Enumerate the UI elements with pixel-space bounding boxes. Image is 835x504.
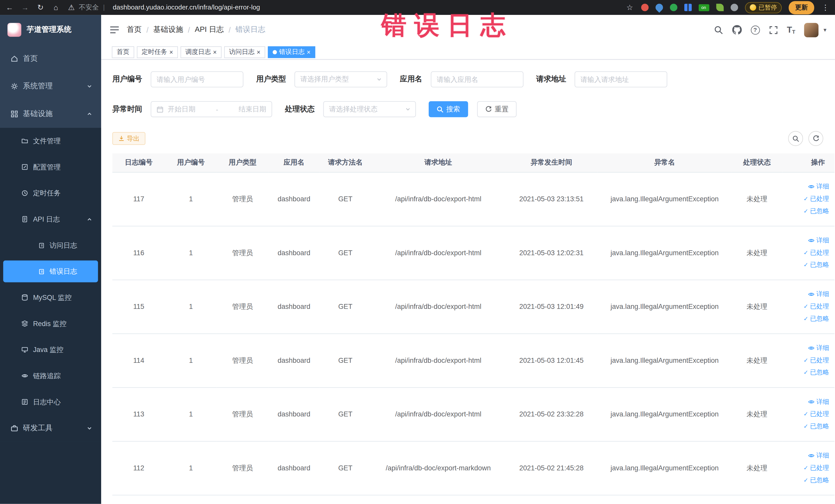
reload-icon[interactable]: ↻: [36, 3, 45, 12]
sidebar-item-error-log[interactable]: 错误日志: [3, 260, 98, 282]
back-icon[interactable]: ←: [5, 3, 14, 12]
detail-link[interactable]: 详细: [808, 290, 829, 299]
forward-icon[interactable]: →: [21, 3, 29, 12]
tab-home[interactable]: 首页: [112, 46, 134, 58]
sidebar-item-infra[interactable]: 基础设施: [0, 100, 101, 128]
close-icon[interactable]: ×: [307, 49, 311, 55]
export-button[interactable]: 导出: [113, 132, 145, 145]
mark-processed-link[interactable]: ✓ 已处理: [803, 302, 829, 311]
check-icon: ✓: [803, 316, 808, 322]
sidebar-item-mysql-monitor[interactable]: MySQL 监控: [0, 284, 101, 311]
check-icon: ✓: [803, 208, 808, 214]
tab-access-log[interactable]: 访问日志 ×: [224, 46, 265, 58]
tab-dispatch-log[interactable]: 调度日志 ×: [180, 46, 222, 58]
cell-status: 未处理: [732, 226, 782, 280]
mark-ignored-link[interactable]: ✓ 已忽略: [803, 368, 829, 377]
reset-button[interactable]: 重置: [477, 101, 517, 117]
sidebar-toggle-button[interactable]: [109, 26, 119, 34]
eye-icon: [808, 183, 815, 190]
tab-error-log[interactable]: 错误日志 ×: [268, 46, 315, 58]
breadcrumb-infra[interactable]: 基础设施: [153, 25, 183, 35]
breadcrumb-api-log[interactable]: API 日志: [195, 25, 224, 35]
browser-menu-icon[interactable]: ⋮: [821, 3, 830, 12]
sidebar-item-trace[interactable]: 链路追踪: [0, 363, 101, 389]
mark-processed-link[interactable]: ✓ 已处理: [803, 194, 829, 203]
browser-update-button[interactable]: 更新: [789, 1, 814, 14]
user-avatar[interactable]: [805, 23, 819, 37]
detail-link[interactable]: 详细: [808, 451, 829, 460]
edit-icon: [21, 164, 28, 170]
sidebar-item-dev-tools[interactable]: 研发工具: [0, 415, 101, 442]
sidebar-item-api-log[interactable]: API 日志: [0, 206, 101, 233]
cell-app-name: dashboard: [268, 387, 320, 441]
process-status-select[interactable]: 请选择处理状态: [323, 101, 416, 117]
breadcrumb-home[interactable]: 首页: [127, 25, 142, 35]
eye-icon: [808, 291, 815, 298]
mark-ignored-link[interactable]: ✓ 已忽略: [803, 314, 829, 323]
active-tab-dot: [272, 50, 277, 54]
sidebar-item-home[interactable]: 首页: [0, 45, 101, 73]
app-name-input[interactable]: [431, 72, 523, 87]
detail-link[interactable]: 详细: [808, 236, 829, 245]
close-icon[interactable]: ×: [169, 49, 173, 55]
sidebar-item-system[interactable]: 系统管理: [0, 73, 101, 100]
sidebar-item-log-center[interactable]: 日志中心: [0, 389, 101, 415]
chevron-up-icon: [86, 216, 93, 222]
browser-extension-icon[interactable]: [730, 4, 738, 11]
search-button[interactable]: 搜索: [429, 101, 468, 117]
font-size-button[interactable]: TT: [787, 25, 795, 35]
github-link-button[interactable]: [732, 25, 741, 35]
detail-link[interactable]: 详细: [808, 344, 829, 352]
check-icon: ✓: [803, 262, 808, 268]
exception-time-range-picker[interactable]: 开始日期 - 结束日期: [151, 101, 272, 117]
sidebar-item-config-manage[interactable]: 配置管理: [0, 154, 101, 180]
bookmark-star-icon[interactable]: ☆: [626, 3, 634, 12]
sidebar-item-redis-monitor[interactable]: Redis 监控: [0, 310, 101, 337]
cell-url: /api/infra/db-doc/export-html: [371, 387, 505, 441]
font-size-icon: T: [792, 29, 795, 35]
mark-processed-link[interactable]: ✓ 已处理: [803, 463, 829, 472]
fullscreen-button[interactable]: [769, 25, 778, 35]
close-icon[interactable]: ×: [257, 49, 261, 55]
extension-paused-badge[interactable]: 已暂停: [745, 2, 781, 13]
browser-extension-icon[interactable]: [684, 4, 692, 11]
site-security-chip[interactable]: ⚠ 不安全 |: [67, 3, 106, 12]
sidebar-item-file-manage[interactable]: 文件管理: [0, 128, 101, 154]
mark-ignored-link[interactable]: ✓ 已忽略: [803, 260, 829, 269]
sidebar-item-java-monitor[interactable]: Java 监控: [0, 337, 101, 363]
toggle-search-button[interactable]: [788, 131, 803, 146]
caret-down-icon[interactable]: ▾: [823, 26, 826, 33]
eye-icon: [808, 237, 815, 244]
extension-on-badge[interactable]: on: [698, 4, 709, 11]
gear-icon: [11, 83, 18, 90]
detail-link[interactable]: 详细: [808, 182, 829, 191]
mark-processed-link[interactable]: ✓ 已处理: [803, 248, 829, 257]
mark-processed-link[interactable]: ✓ 已处理: [803, 409, 829, 419]
app-logo[interactable]: 芋道管理系统: [0, 15, 101, 45]
calendar-icon: [157, 106, 163, 113]
home-browser-icon[interactable]: ⌂: [52, 3, 60, 12]
browser-extension-icon[interactable]: [654, 2, 664, 13]
mark-processed-link[interactable]: ✓ 已处理: [803, 356, 829, 365]
refresh-button[interactable]: [808, 131, 823, 146]
detail-link[interactable]: 详细: [808, 398, 829, 406]
request-url-input[interactable]: [574, 72, 667, 87]
user-type-select[interactable]: 请选择用户类型: [294, 72, 387, 87]
mark-ignored-link[interactable]: ✓ 已忽略: [803, 207, 829, 216]
mark-ignored-link[interactable]: ✓ 已忽略: [803, 476, 829, 485]
sidebar-item-access-log[interactable]: 访问日志: [0, 233, 101, 259]
user-id-input[interactable]: [151, 72, 243, 87]
sidebar-item-scheduled-job[interactable]: 定时任务: [0, 180, 101, 206]
cell-user-type: 管理员: [217, 441, 268, 495]
help-button[interactable]: ?: [751, 25, 759, 35]
address-bar[interactable]: dashboard.yudao.iocoder.cn/infra/log/api…: [113, 4, 260, 11]
header-search-button[interactable]: [714, 25, 723, 35]
close-icon[interactable]: ×: [213, 49, 217, 55]
table-header-row: 日志编号 用户编号 用户类型 应用名 请求方法名 请求地址 异常发生时间 异常名…: [113, 153, 834, 172]
tab-scheduled-job[interactable]: 定时任务 ×: [137, 46, 178, 58]
browser-extension-icon[interactable]: [641, 4, 648, 11]
mark-ignored-link[interactable]: ✓ 已忽略: [803, 422, 829, 431]
browser-extension-icon[interactable]: [716, 4, 724, 11]
browser-extension-icon[interactable]: [670, 4, 677, 11]
infra-submenu: 文件管理 配置管理 定时任务 API 日志: [0, 128, 101, 415]
